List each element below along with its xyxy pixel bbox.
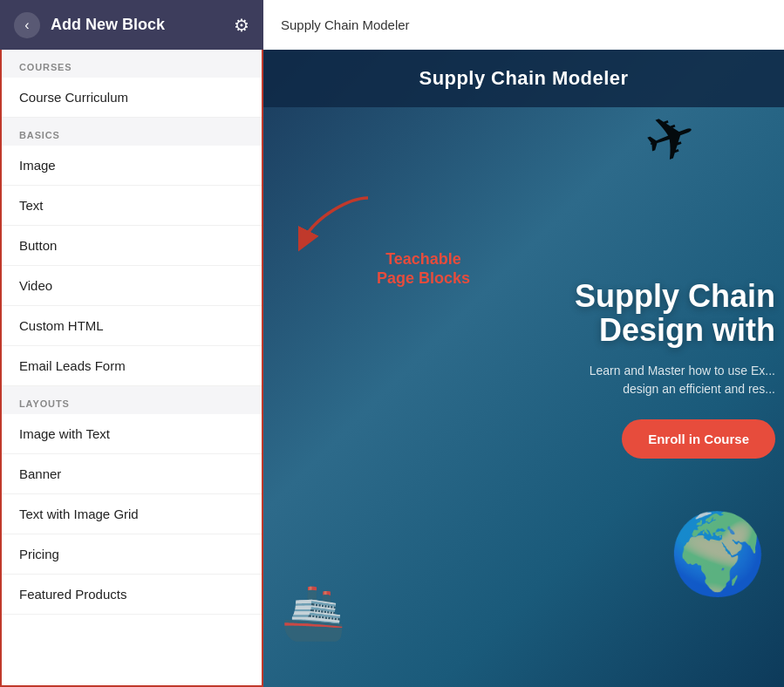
enroll-button[interactable]: Enroll in Course [622,419,775,459]
section-header-layouts: LAYOUTS [2,386,262,414]
hero-text-block: Supply Chain Design with Learn and Maste… [575,278,784,458]
top-bar-left: ‹ Add New Block ⚙ [0,12,263,38]
hero-title: Supply Chain Modeler [263,50,784,107]
ship-decoration: 🚢 [281,582,346,643]
page-title-bar: Supply Chain Modeler [263,0,784,50]
section-header-basics: BASICS [2,118,262,146]
preview-panel: Supply Chain Modeler ✈ 🌍 🚢 Teachable [263,50,784,687]
globe-decoration: 🌍 [669,508,767,600]
arrow-icon [298,189,385,259]
sidebar-item-custom-html[interactable]: Custom HTML [2,306,262,346]
gear-icon: ⚙ [234,16,249,35]
hero-subtext: Learn and Master how to use Ex... design… [575,362,775,398]
sidebar-item-banner[interactable]: Banner [2,454,262,494]
sidebar-item-text[interactable]: Text [2,186,262,226]
sidebar-item-email-leads-form[interactable]: Email Leads Form [2,346,262,386]
sidebar-item-image[interactable]: Image [2,146,262,186]
hero-heading: Supply Chain Design with [575,278,775,347]
sidebar-item-button[interactable]: Button [2,226,262,266]
back-icon: ‹ [24,17,29,33]
top-bar: ‹ Add New Block ⚙ Supply Chain Modeler [0,0,784,50]
airplane-decoration: ✈ [635,95,707,180]
back-button[interactable]: ‹ [14,12,40,38]
page-title: Supply Chain Modeler [281,17,410,32]
sidebar-item-featured-products[interactable]: Featured Products [2,575,262,615]
sidebar: COURSES Course Curriculum BASICS Image T… [0,50,263,687]
gear-button[interactable]: ⚙ [234,15,249,36]
section-header-courses: COURSES [2,50,262,78]
annotation-text: Teachable Page Blocks [377,250,470,288]
sidebar-item-text-with-image-grid[interactable]: Text with Image Grid [2,494,262,534]
sidebar-item-course-curriculum[interactable]: Course Curriculum [2,78,262,118]
panel-title: Add New Block [51,16,223,34]
sidebar-item-pricing[interactable]: Pricing [2,534,262,575]
sidebar-item-image-with-text[interactable]: Image with Text [2,414,262,454]
hero-section: Supply Chain Modeler ✈ 🌍 🚢 Teachable [263,50,784,687]
main-layout: COURSES Course Curriculum BASICS Image T… [0,50,784,687]
sidebar-item-video[interactable]: Video [2,266,262,306]
